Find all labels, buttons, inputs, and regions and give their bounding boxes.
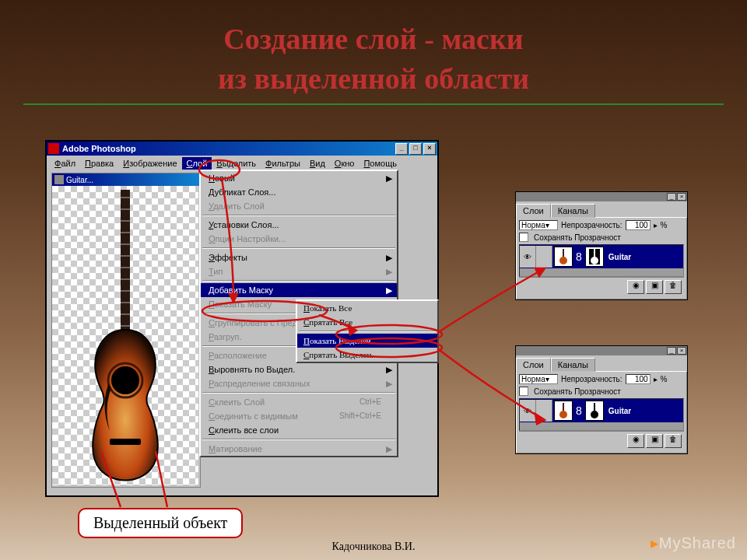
footer-credit: Кадочникова В.И. — [332, 541, 416, 553]
svg-rect-16 — [563, 249, 564, 257]
svg-rect-21 — [563, 403, 564, 411]
layer-list[interactable]: 👁 8 Guitar — [519, 398, 684, 431]
document-window[interactable]: Guitar... — [51, 173, 201, 488]
divider — [23, 103, 724, 105]
app-title: Adobe Photoshop — [62, 144, 136, 153]
menu-item: Тип▶ — [201, 264, 397, 278]
menu-item[interactable]: Вид — [305, 157, 330, 170]
close-button[interactable]: × — [423, 143, 436, 155]
delete-button[interactable]: 🗑 — [665, 434, 682, 448]
svg-point-17 — [559, 257, 567, 264]
layer-row[interactable]: 👁 8 Guitar — [520, 245, 683, 268]
doc-icon — [54, 175, 64, 184]
preserve-transparency-checkbox[interactable] — [519, 387, 528, 396]
maximize-button[interactable]: □ — [409, 143, 422, 155]
panel-close-icon[interactable]: × — [677, 347, 686, 355]
tab-channels[interactable]: Каналы — [551, 204, 595, 218]
callout-selected-object: Выделенный объект — [78, 508, 243, 538]
svg-point-13 — [111, 366, 139, 394]
svg-rect-19 — [594, 249, 595, 257]
svg-point-25 — [591, 411, 598, 418]
svg-point-20 — [591, 257, 598, 264]
menu-item: Распределение связаных▶ — [201, 376, 397, 390]
panel-close-icon[interactable]: × — [677, 193, 686, 201]
titlebar[interactable]: Adobe Photoshop _ □ × — [47, 142, 437, 156]
submenu-item[interactable]: Показать Все — [297, 301, 437, 315]
menu-item[interactable]: Добавить Маску▶ — [201, 283, 397, 297]
menu-item: Склеить СлойCtrl+E — [201, 395, 397, 409]
submenu-item[interactable]: Показать Выделен. — [297, 334, 437, 348]
layer-name-label: Guitar — [608, 253, 631, 261]
menu-item[interactable]: Выровнять по Выдел.▶ — [201, 362, 397, 376]
menu-item: Удалить Слой — [201, 199, 397, 213]
menu-item[interactable]: Окно — [330, 157, 359, 170]
menu-item[interactable]: Правка — [80, 157, 118, 170]
layer-thumbnail[interactable] — [554, 401, 573, 421]
guitar-image — [86, 190, 164, 481]
slide-title: Создание слой - маски из выделенной обла… — [0, 0, 747, 100]
svg-point-22 — [559, 411, 567, 418]
layer-row[interactable]: 👁 8 Guitar — [520, 399, 683, 422]
menu-item[interactable]: Файл — [50, 157, 80, 170]
edit-icon[interactable] — [536, 246, 552, 268]
panel-minimize-icon[interactable]: _ — [667, 347, 676, 355]
menubar[interactable]: ФайлПравкаИзображениеСлойВыделитьФильтры… — [47, 156, 437, 171]
mask-link-icon[interactable]: 8 — [574, 250, 584, 263]
preserve-transparency-checkbox[interactable] — [519, 233, 528, 242]
menu-item[interactable]: Установки Слоя... — [201, 218, 397, 232]
menu-item[interactable]: Помощь — [359, 157, 402, 170]
canvas[interactable] — [52, 186, 198, 485]
new-layer-button[interactable]: ▣ — [646, 434, 663, 448]
app-icon — [48, 143, 59, 154]
mask-button[interactable]: ◉ — [627, 434, 644, 448]
visibility-icon[interactable]: 👁 — [520, 400, 536, 422]
opacity-input[interactable]: 100 — [626, 220, 651, 230]
mask-thumbnail[interactable] — [585, 401, 604, 421]
svg-rect-24 — [594, 403, 595, 411]
edit-icon[interactable] — [536, 400, 552, 422]
tab-layers[interactable]: Слои — [516, 204, 551, 218]
menu-item[interactable]: Выделить — [212, 157, 261, 170]
layer-list[interactable]: 👁 8 Guitar — [519, 244, 684, 277]
menu-item: Матирование▶ — [201, 442, 397, 456]
tab-layers[interactable]: Слои — [516, 358, 551, 372]
menu-item[interactable]: Изображение — [118, 157, 181, 170]
blend-mode-select[interactable]: Норма▾ — [519, 374, 558, 384]
submenu-item[interactable]: Спрятать Выделен. — [297, 348, 437, 362]
mask-button[interactable]: ◉ — [627, 280, 644, 294]
menu-item[interactable]: Слой — [182, 157, 212, 170]
layer-name-label: Guitar — [608, 407, 631, 415]
blend-mode-select[interactable]: Норма▾ — [519, 220, 558, 230]
document-titlebar[interactable]: Guitar... — [52, 173, 200, 186]
watermark: ▸MyShared — [651, 534, 736, 552]
menu-item[interactable]: Дубликат Слоя... — [201, 185, 397, 199]
mask-thumbnail[interactable] — [585, 247, 604, 267]
svg-rect-15 — [110, 439, 141, 445]
menu-item[interactable]: Фильтры — [261, 157, 305, 170]
add-mask-submenu[interactable]: Показать ВсеСпрятать ВсеПоказать Выделен… — [296, 299, 439, 363]
minimize-button[interactable]: _ — [395, 143, 408, 155]
menu-item: Соединить с видимымShift+Ctrl+E — [201, 409, 397, 423]
layers-panel-1[interactable]: _ × Слои Каналы Норма▾ Непрозрачность: 1… — [515, 191, 688, 300]
opacity-input[interactable]: 100 — [626, 374, 651, 384]
menu-item[interactable]: Эффекты▶ — [201, 250, 397, 264]
visibility-icon[interactable]: 👁 — [520, 246, 536, 268]
mask-link-icon[interactable]: 8 — [574, 404, 584, 417]
layers-panel-2[interactable]: _ × Слои Каналы Норма▾ Непрозрачность: 1… — [515, 345, 688, 454]
tab-channels[interactable]: Каналы — [551, 358, 595, 372]
panel-minimize-icon[interactable]: _ — [667, 193, 676, 201]
new-layer-button[interactable]: ▣ — [646, 280, 663, 294]
layer-thumbnail[interactable] — [554, 247, 573, 267]
menu-item[interactable]: Новый▶ — [201, 171, 397, 185]
menu-item: Опции Настройки... — [201, 232, 397, 246]
submenu-item[interactable]: Спрятать Все — [297, 315, 437, 329]
delete-button[interactable]: 🗑 — [665, 280, 682, 294]
menu-item[interactable]: Склеить все слои — [201, 423, 397, 437]
